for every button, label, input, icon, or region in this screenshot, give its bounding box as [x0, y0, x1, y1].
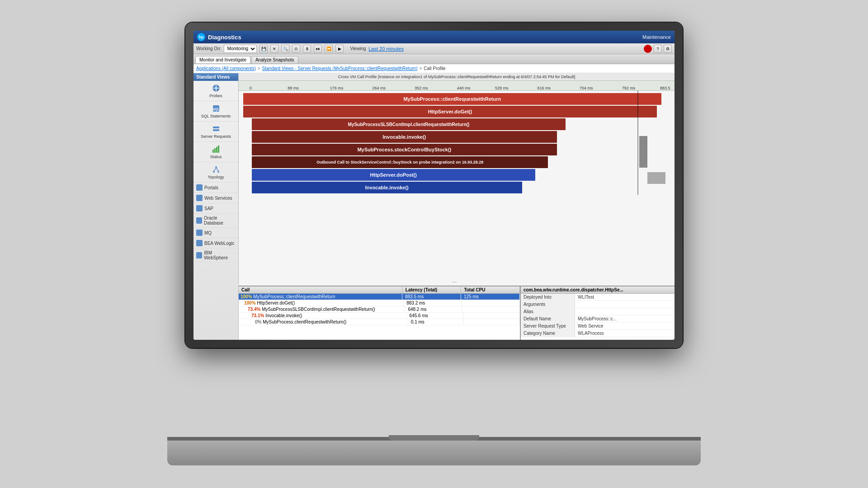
prop-key-4: Server Request Type [521, 323, 575, 329]
props-row: Alias [521, 308, 675, 315]
sidebar-item-probes-label: Probes [209, 94, 222, 98]
call-profile-title: Cross VM Call Profile [Instance on integ… [239, 73, 675, 81]
laptop-notch [389, 435, 479, 441]
laptop-body [167, 438, 701, 465]
flame-bar-7[interactable]: Invocable.invoke() [252, 182, 522, 193]
row0-pct: 100% [241, 294, 252, 299]
help-btn[interactable]: ? [654, 45, 662, 53]
app-header: hp Diagnostics Maintenance [193, 31, 675, 43]
sidebar-item-probes[interactable]: Probes [193, 81, 238, 101]
tick-0: 0 [250, 86, 252, 90]
sidebar-nav-portals-label: Portals [204, 185, 218, 190]
prop-val-4: Web Service [575, 323, 606, 329]
toolbar-right: ? ⚙ [644, 45, 672, 53]
flame-bar-3[interactable]: Invocable.invoke() [252, 131, 557, 143]
toolbar: Working On: Monitoring 💾 ✕ 🔍 ⊙ ⏸ ⏭ ⏩ ▶ V… [193, 43, 675, 54]
row1-pct: 100% [244, 300, 256, 305]
flame-bar-0-label: MySubProcess::clientRequestwithReturn [403, 96, 501, 102]
properties-panel: com.bea.wlw.runtime.core.dispatcher.Http… [521, 286, 675, 340]
row0-cpu: 125 ms [461, 294, 520, 300]
sidebar-item-sql[interactable]: SQL SQL Statements [193, 101, 238, 122]
table-row[interactable]: 0% MySubProcess.clientRequestwithReturn(… [239, 319, 520, 325]
props-header: com.bea.wlw.runtime.core.dispatcher.Http… [521, 286, 675, 294]
tab-monitor[interactable]: Monitor and Investigate [195, 56, 250, 63]
breadcrumb-sep1: > [258, 66, 260, 71]
svg-rect-16 [197, 185, 202, 190]
forward-btn[interactable]: ⏩ [325, 45, 333, 53]
prop-key-5: Category Name [521, 330, 575, 337]
laptop-container: hp Diagnostics Maintenance Working On: M… [163, 23, 705, 465]
sidebar-nav-webservices[interactable]: Web Services [193, 193, 238, 203]
sidebar-item-server[interactable]: Server Requests [193, 122, 238, 142]
viewing-link[interactable]: Last 20 minutes [368, 46, 404, 52]
row1-latency: 883.2 ms [404, 300, 462, 306]
topology-icon [212, 165, 221, 174]
sidebar-item-topology[interactable]: Topology [193, 162, 238, 183]
sidebar-nav-oracle[interactable]: Oracle Database [193, 214, 238, 228]
breadcrumb-part2[interactable]: Standard Views - Server Requests (MySubP… [262, 66, 418, 71]
prop-val-1 [575, 301, 580, 308]
flame-bar-1[interactable]: HttpServer.doGet() [243, 106, 657, 117]
sidebar-item-status[interactable]: Status [193, 142, 238, 162]
tab-snapshots[interactable]: Analyze Snapshots [251, 56, 298, 63]
timing-line [637, 91, 638, 195]
props-row: Default Name MySubProcess::c... [521, 315, 675, 323]
svg-rect-20 [197, 230, 202, 235]
save-btn[interactable]: 💾 [259, 45, 268, 53]
sidebar-nav-sap[interactable]: SAP [193, 203, 238, 214]
prop-key-3: Default Name [521, 315, 575, 322]
zoom-in-btn[interactable]: 🔍 [281, 45, 289, 53]
flame-bar-4[interactable]: MySubProcess.stockControlBuyStock() [252, 144, 557, 155]
tick-2: 176 ms [330, 86, 344, 90]
row1-cpu [462, 300, 520, 306]
row4-latency: 0.1 ms [408, 319, 464, 325]
flame-bar-3-label: Invocable.invoke() [382, 134, 426, 140]
svg-rect-18 [197, 206, 202, 211]
sidebar-nav-bea-label: BEA WebLogic [204, 241, 235, 246]
svg-line-15 [216, 168, 218, 171]
sidebar-nav-ibm[interactable]: IBM WebSphere [193, 249, 238, 263]
flame-bar-6[interactable]: HttpServer.doPost() [252, 169, 535, 181]
working-on-dropdown[interactable]: Monitoring [224, 45, 257, 53]
tabs-bar: Monitor and Investigate Analyze Snapshot… [193, 54, 675, 64]
step-btn[interactable]: ⏭ [314, 45, 322, 53]
svg-point-12 [213, 171, 215, 173]
table-row[interactable]: 100% MySubProcess::clientRequestwithRetu… [239, 294, 520, 300]
sidebar-item-sql-label: SQL Statements [201, 114, 231, 118]
pause-btn[interactable]: ⏸ [303, 45, 311, 53]
table-row[interactable]: 73.4% MySubProcessSLSBContImpl.clientReq… [239, 306, 520, 313]
settings-btn[interactable]: ⚙ [664, 45, 672, 53]
col-cpu: Total CPU [461, 286, 520, 293]
table-row[interactable]: 73.1% Invocable.invoke() 645.6 ms [239, 313, 520, 319]
row2-latency: 648.2 ms [405, 306, 462, 312]
row2-pct: 73.4% [248, 307, 260, 312]
props-row: Server Request Type Web Service [521, 323, 675, 330]
sap-nav-icon [196, 205, 203, 211]
call-table-header: Call Latency (Total) Total CPU [239, 286, 520, 294]
svg-rect-9 [216, 147, 217, 153]
flame-bar-2[interactable]: MySubProcessSLSBContImpl.clientRequestwi… [252, 118, 566, 130]
stop-btn[interactable]: ✕ [270, 45, 278, 53]
flame-bar-6-label: HttpServer.doPost() [370, 172, 417, 178]
svg-rect-22 [197, 253, 202, 258]
row0-latency: 883.5 ms [402, 294, 461, 300]
sidebar-nav-portals[interactable]: Portals [193, 183, 238, 193]
flame-bar-0[interactable]: MySubProcess::clientRequestwithReturn [243, 93, 661, 105]
sidebar-nav-mq[interactable]: MQ [193, 228, 238, 238]
flame-bar-5[interactable]: Outbound Call to StockServiceControl::bu… [252, 156, 548, 168]
timing-block [639, 136, 647, 168]
table-row[interactable]: 100% HttpServer.doGet() 883.2 ms [239, 300, 520, 306]
prop-val-3: MySubProcess::c... [575, 315, 619, 322]
svg-rect-8 [214, 148, 216, 153]
row3-cpu [463, 313, 520, 319]
play-btn[interactable]: ▶ [335, 45, 344, 53]
zoom-full-btn[interactable]: ⊙ [292, 45, 300, 53]
row0-call: 100% MySubProcess::clientRequestwithRetu… [239, 294, 402, 300]
sidebar-nav-bea[interactable]: BEA WebLogic [193, 238, 238, 249]
breadcrumb-part1[interactable]: Applications (All components) [196, 66, 256, 71]
laptop-screen: hp Diagnostics Maintenance Working On: M… [185, 23, 683, 348]
ibm-nav-icon [196, 252, 202, 258]
sidebar-item-server-label: Server Requests [201, 134, 231, 139]
app-container: hp Diagnostics Maintenance Working On: M… [193, 31, 675, 340]
svg-point-13 [217, 171, 219, 173]
